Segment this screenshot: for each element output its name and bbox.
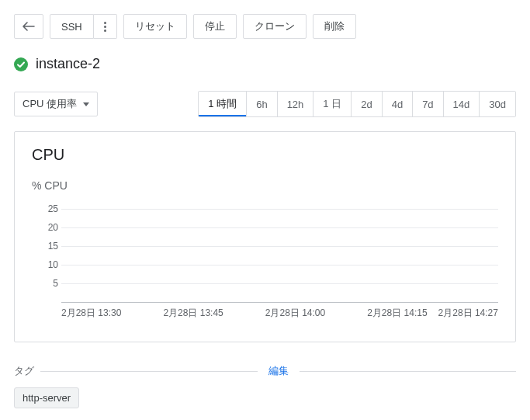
ssh-button-group: SSH	[50, 14, 117, 39]
divider	[40, 371, 258, 372]
ytick-label: 25	[44, 203, 58, 214]
time-range-tabs: 1 時間6h12h1 日2d4d7d14d30d	[198, 91, 516, 117]
tags-edit-link[interactable]: 編集	[264, 364, 293, 378]
status-running-icon	[14, 57, 28, 71]
xtick-label: 2月28日 13:45	[163, 307, 223, 320]
ytick-label: 10	[44, 259, 58, 270]
instance-header: instance-2	[14, 56, 516, 72]
gridline	[61, 227, 498, 228]
time-tab-1 日[interactable]: 1 日	[313, 92, 351, 116]
back-button[interactable]	[14, 14, 43, 39]
instance-name: instance-2	[36, 56, 100, 72]
more-vert-icon	[104, 22, 106, 32]
xtick-label: 2月28日 13:30	[61, 307, 121, 320]
top-toolbar: SSH リセット 停止 クローン 削除	[14, 14, 516, 39]
time-tab-2d[interactable]: 2d	[351, 92, 381, 116]
chart-ylabel: % CPU	[32, 179, 498, 192]
time-tab-4d[interactable]: 4d	[382, 92, 412, 116]
tags-header: タグ 編集	[14, 364, 516, 378]
clone-button[interactable]: クローン	[243, 14, 307, 39]
metric-dropdown-label: CPU 使用率	[23, 97, 77, 111]
metric-dropdown[interactable]: CPU 使用率	[14, 92, 98, 116]
xtick-label: 2月28日 14:27	[438, 307, 498, 320]
ytick-label: 5	[44, 278, 58, 289]
ytick-label: 15	[44, 241, 58, 252]
ytick-label: 20	[44, 222, 58, 233]
chart-title: CPU	[32, 146, 498, 164]
arrow-left-icon	[23, 22, 35, 31]
gridline	[61, 283, 498, 284]
time-tab-14d[interactable]: 14d	[443, 92, 480, 116]
time-tab-7d[interactable]: 7d	[412, 92, 442, 116]
divider	[300, 371, 517, 372]
gridline	[61, 246, 498, 247]
ssh-button[interactable]: SSH	[50, 14, 94, 39]
tag-chip[interactable]: http-server	[14, 387, 79, 408]
baseline	[61, 302, 498, 303]
xtick-label: 2月28日 14:15	[367, 307, 427, 320]
chart-plot-area: 510152025	[49, 201, 498, 302]
stop-button[interactable]: 停止	[193, 14, 237, 39]
time-tab-30d[interactable]: 30d	[479, 92, 515, 116]
delete-button[interactable]: 削除	[313, 14, 356, 39]
time-tab-12h[interactable]: 12h	[277, 92, 313, 116]
caret-down-icon	[83, 102, 89, 106]
ssh-more-button[interactable]	[94, 14, 117, 39]
gridline	[61, 209, 498, 210]
svg-point-0	[14, 57, 28, 71]
chart-xaxis: 2月28日 13:302月28日 13:452月28日 14:002月28日 1…	[61, 307, 498, 320]
gridline	[61, 265, 498, 266]
chart-panel: CPU % CPU 510152025 2月28日 13:302月28日 13:…	[14, 131, 516, 342]
time-tab-1 時間[interactable]: 1 時間	[199, 92, 246, 116]
tags-section-label: タグ	[14, 364, 34, 378]
metric-controls: CPU 使用率 1 時間6h12h1 日2d4d7d14d30d	[14, 91, 516, 117]
xtick-label: 2月28日 14:00	[265, 307, 325, 320]
reset-button[interactable]: リセット	[123, 14, 187, 39]
time-tab-6h[interactable]: 6h	[246, 92, 276, 116]
tags-section: タグ 編集 http-server	[14, 364, 516, 408]
